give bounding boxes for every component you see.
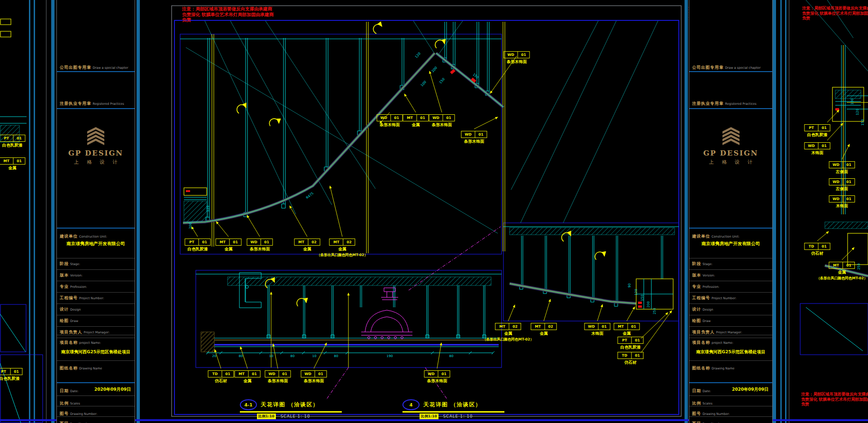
dimension-text: 10 (312, 354, 317, 358)
title-block-rows: 阶段Stage:版本Version:专业Profession:工程编号Proje… (57, 258, 135, 338)
pn-cn: 项目名称 (60, 340, 78, 345)
dimension-text: 80 (334, 354, 338, 358)
material-tag: WD01条形木饰面 (301, 370, 327, 384)
page-number-row: 页码Page Number: (57, 418, 135, 423)
material-tag: WD01条形木饰面 (247, 239, 273, 252)
dimension-text: 150 (439, 77, 446, 84)
date-cn: 日期 (60, 388, 69, 393)
logo-subtext: 上 格 设 计 (689, 159, 772, 166)
sheet-edge-bar (29, 0, 30, 423)
sheet-edge-bar (785, 0, 786, 423)
stamp2-cn: 注册执业专用章 (60, 101, 91, 106)
date-row: 日期Date: 2020年09月09日 (57, 385, 135, 394)
titleblock-field-row: 绘图Draw (689, 315, 772, 327)
material-tag: TD01仿石材 (618, 352, 644, 366)
sheet-edge-bar (137, 0, 140, 423)
sheet-edge-bar (685, 0, 688, 423)
no-en: Drawing Number: (70, 412, 97, 416)
titleblock-field-row: 工程编号Project Number: (57, 293, 135, 304)
cu-en: Construction Unit: (712, 235, 740, 239)
material-tag: WD01条形木饰面 (265, 370, 291, 384)
material-tag: MT01金属 (0, 157, 26, 171)
dimension-text: 200 (647, 301, 650, 307)
stamp1-cn: 公司出图专用章 (692, 65, 724, 70)
gp-design-logo: GP DESIGN 上 格 设 计 (57, 127, 135, 166)
view-number-bubble: 4-1 (240, 399, 257, 410)
dimension-text: 190 (386, 354, 393, 358)
stamp2-en: Registered Practices (93, 102, 124, 106)
titleblock-field-row: 版本Version: (689, 270, 772, 281)
material-tag: TD01仿石材 (804, 243, 831, 257)
construction-unit-label: 建设单位Construction Unit: (689, 230, 772, 239)
dn-en: Drawing Name (712, 367, 734, 370)
titleblock-field-row: 阶段Stage: (57, 258, 135, 270)
drawing-name-label: 图纸名称Drawing Name (57, 362, 135, 371)
material-tag: WD01条形木饰面 (504, 51, 530, 65)
sheet-edge-line (46, 0, 46, 423)
logo-building-icon (86, 127, 105, 145)
logo-subtext: 上 格 设 计 (57, 159, 135, 166)
pn-en: project Name: (79, 341, 101, 345)
stamp1-en: Draw a special chapter (725, 66, 761, 70)
drawing-number-row: 图号Drawing Number: (57, 408, 135, 417)
gp-design-logo: GP DESIGN 上 格 设 计 (689, 127, 772, 166)
material-tag: TD01仿石材 (208, 370, 234, 384)
dimension-text: 150 (640, 294, 644, 301)
pn-en: project Name: (712, 341, 733, 345)
dimension-text: 20 (212, 354, 217, 358)
titleblock-field-row: 工程编号Project Number: (689, 293, 772, 304)
stamp-company-seal-label: 公司出图专用章Draw a special chapter (57, 62, 135, 71)
cad-viewport[interactable]: 200120R475120200100150150208010801080190… (0, 0, 868, 423)
ceiling-support-note: 注意：局部区域吊顶若要做反向支撑由承建商负责深化 软膜单位艺术吊灯局部加固由承建… (802, 6, 868, 21)
view-scale-cn: 比例1:10 (257, 414, 276, 419)
dimension-text: 80 (239, 354, 243, 358)
sheet-edge-bar (51, 0, 55, 423)
material-tag: WD01木饰面 (585, 323, 611, 337)
sheet-edge-bar (773, 0, 776, 423)
logo-building-icon (722, 127, 740, 145)
cu-cn: 建设单位 (60, 234, 78, 239)
pn-cn: 项目名称 (692, 340, 710, 345)
scale-row: 比例Scales (689, 397, 772, 406)
stamp2-en: Registered Practices (725, 102, 757, 106)
title-block-right: 公司出图专用章Draw a special chapter 注册执业专用章Reg… (689, 0, 773, 423)
cu-en: Construction Unit: (79, 235, 107, 239)
dimension-text: 150 (861, 119, 865, 125)
construction-unit-label: 建设单位Construction Unit: (57, 230, 135, 239)
dimension-text: 10 (269, 354, 274, 358)
stamp2-cn: 注册执业专用章 (692, 101, 724, 106)
project-name-label: 项目名称project Name: (689, 337, 772, 346)
material-tag: MT01金属 (614, 323, 640, 337)
scale-en: Scales (70, 402, 80, 405)
material-tag: PT01白色乳胶漆 (0, 368, 23, 382)
material-tag: PT01白色乳胶漆 (618, 337, 644, 350)
dimension-text: 120 (634, 289, 638, 295)
sheet-edge-bar (34, 0, 35, 423)
dimension-text: 200 (431, 66, 438, 73)
titleblock-field-row: 设计Design (689, 304, 772, 315)
project-name-value: 南京璟隽河西G25示范区售楼处项目 (689, 349, 772, 355)
logo-text: GP DESIGN (689, 149, 772, 157)
date-value: 2020年09月09日 (94, 386, 131, 393)
stamp-practice-seal-label: 注册执业专用章Registered Practices (689, 98, 772, 107)
scale-row: 比例Scales (57, 397, 135, 406)
date-value: 2020年09月09日 (732, 386, 768, 393)
view-number-bubble: 4 (402, 399, 420, 410)
sheet-frames (172, 6, 681, 416)
stamp1-en: Draw a special chapter (93, 66, 128, 70)
construction-unit-value: 南京璟隽房地产开发有限公司 (689, 241, 772, 247)
no-en: Drawing Number: (703, 412, 730, 416)
page-cn: 页码 (60, 421, 69, 423)
dimension-text: R475 (305, 192, 314, 200)
ceiling-support-note: 注意：局部区域吊顶若要做反向支撑由承建商负责深化 软膜单位艺术吊灯局部加固由承建… (801, 392, 868, 407)
dn-cn: 图纸名称 (692, 366, 710, 370)
project-name-label: 项目名称project Name: (57, 337, 135, 346)
material-tag: WD01条形木饰面 (424, 370, 450, 384)
left-sheet-fragment (0, 19, 43, 423)
view-title-text: 天花详图 （洽谈区） (423, 401, 482, 408)
material-tag: WD01条形木饰面 (429, 114, 455, 128)
logo-text: GP DESIGN (57, 149, 135, 157)
view-scale-en: SCALE 1: 10 (281, 414, 311, 419)
material-tag: PT01白色乳胶漆 (0, 135, 26, 148)
scale-en: Scales (703, 402, 713, 405)
